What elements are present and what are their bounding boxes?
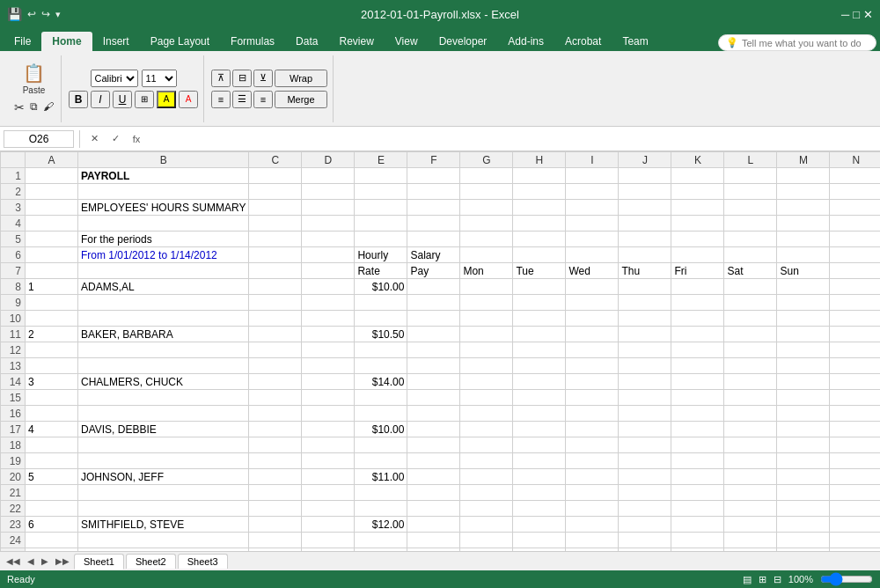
cell-N1[interactable] [830,168,880,184]
cell-F19[interactable] [407,453,460,469]
tab-formulas[interactable]: Formulas [220,32,285,51]
cell-J18[interactable] [619,437,671,453]
cell-L13[interactable] [724,358,777,374]
cell-A16[interactable] [26,406,78,422]
cell-L22[interactable] [724,501,777,517]
cell-J1[interactable] [619,168,671,184]
cell-C10[interactable] [249,311,302,327]
cell-C5[interactable] [249,232,302,247]
row-header-4[interactable]: 4 [1,216,26,232]
font-size-select[interactable]: 11 [142,70,177,87]
font-color-button[interactable]: A [179,91,198,108]
tell-me-input[interactable]: 💡 Tell me what you want to do [718,34,876,51]
cell-M3[interactable] [777,200,830,216]
cell-H18[interactable] [513,437,566,453]
col-header-l[interactable]: L [724,152,777,168]
cell-F8[interactable] [407,279,460,295]
cell-E6[interactable]: Hourly [355,247,407,263]
cell-E16[interactable] [355,406,407,422]
cell-B3[interactable]: EMPLOYEES' HOURS SUMMARY [78,200,249,216]
cell-K5[interactable] [671,232,724,247]
cell-K3[interactable] [671,200,724,216]
cell-C17[interactable] [249,422,302,437]
cell-M13[interactable] [777,358,830,374]
cell-J15[interactable] [619,390,671,406]
cell-J4[interactable] [619,216,671,232]
cell-M6[interactable] [777,247,830,263]
cell-D6[interactable] [302,247,355,263]
cell-L21[interactable] [724,485,777,501]
cell-C19[interactable] [249,453,302,469]
cell-H23[interactable] [513,517,566,533]
cell-A3[interactable] [26,200,78,216]
cell-D17[interactable] [302,422,355,437]
tab-scroll-right[interactable]: ▶▶ [53,556,72,566]
cell-I23[interactable] [566,517,619,533]
cell-A18[interactable] [26,437,78,453]
cell-K8[interactable] [671,279,724,295]
cell-D22[interactable] [302,501,355,517]
cell-N8[interactable] [830,279,880,295]
cell-C18[interactable] [249,437,302,453]
cell-L10[interactable] [724,311,777,327]
cell-C2[interactable] [249,184,302,200]
cell-B9[interactable] [78,295,249,311]
wrap-text-button[interactable]: Wrap [275,70,327,87]
row-header-18[interactable]: 18 [1,437,26,453]
cell-J22[interactable] [619,501,671,517]
cell-N23[interactable] [830,517,880,533]
page-break-view-button[interactable]: ⊟ [774,574,781,585]
close-button[interactable]: ✕ [863,8,873,21]
redo-button[interactable]: ↪ [41,8,50,20]
cell-H22[interactable] [513,501,566,517]
tab-home[interactable]: Home [41,32,92,51]
col-header-m[interactable]: M [777,152,830,168]
cell-A7[interactable] [26,263,78,279]
cell-J17[interactable] [619,422,671,437]
cell-J19[interactable] [619,453,671,469]
paste-button[interactable]: 📋 Paste [18,61,50,97]
cell-C8[interactable] [249,279,302,295]
cell-M19[interactable] [777,453,830,469]
cell-I22[interactable] [566,501,619,517]
cell-D24[interactable] [302,533,355,548]
col-header-d[interactable]: D [302,152,355,168]
cell-C14[interactable] [249,374,302,390]
cell-J3[interactable] [619,200,671,216]
cell-H3[interactable] [513,200,566,216]
cell-H20[interactable] [513,469,566,485]
cell-A17[interactable]: 4 [26,422,78,437]
cell-K4[interactable] [671,216,724,232]
cell-L15[interactable] [724,390,777,406]
cell-K9[interactable] [671,295,724,311]
row-header-19[interactable]: 19 [1,453,26,469]
tab-scroll-next[interactable]: ▶ [39,556,51,566]
row-header-20[interactable]: 20 [1,469,26,485]
cell-L1[interactable] [724,168,777,184]
cell-N24[interactable] [830,533,880,548]
cell-B1[interactable]: PAYROLL [78,168,249,184]
cell-E2[interactable] [355,184,407,200]
cell-D7[interactable] [302,263,355,279]
cell-K15[interactable] [671,390,724,406]
cell-M2[interactable] [777,184,830,200]
col-header-n[interactable]: N [830,152,880,168]
cell-C9[interactable] [249,295,302,311]
cell-H8[interactable] [513,279,566,295]
cell-I17[interactable] [566,422,619,437]
row-header-9[interactable]: 9 [1,295,26,311]
col-header-i[interactable]: I [566,152,619,168]
cell-M17[interactable] [777,422,830,437]
cell-K10[interactable] [671,311,724,327]
cell-N11[interactable] [830,327,880,342]
cell-M14[interactable] [777,374,830,390]
tab-scroll-left[interactable]: ◀◀ [4,556,23,566]
cell-I6[interactable] [566,247,619,263]
cell-L2[interactable] [724,184,777,200]
cell-L5[interactable] [724,232,777,247]
cell-G22[interactable] [460,501,513,517]
cell-N17[interactable] [830,422,880,437]
cut-button[interactable]: ✂ [12,99,26,116]
row-header-17[interactable]: 17 [1,422,26,437]
row-header-21[interactable]: 21 [1,485,26,501]
